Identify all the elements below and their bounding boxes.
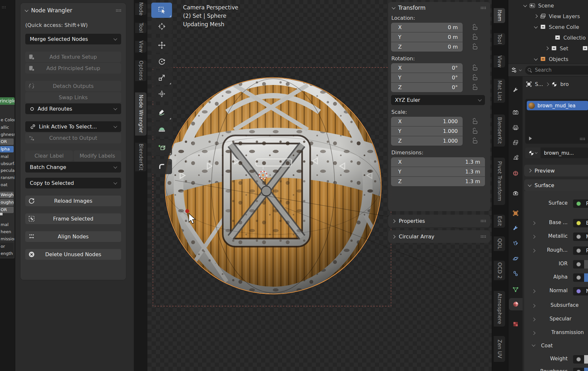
lock-icon[interactable]	[473, 128, 478, 134]
breadcrumb-material[interactable]: bro	[560, 81, 569, 87]
node-socket[interactable]: e Color	[0, 117, 15, 123]
view-layer-properties-tab[interactable]	[508, 136, 523, 149]
object-data-properties-tab[interactable]	[508, 283, 523, 295]
dimensions-y-field[interactable]: Y1.3 m	[391, 167, 485, 176]
chevron-down-icon[interactable]	[523, 3, 527, 7]
node-socket-field[interactable]: OR	[0, 138, 14, 145]
list-drag-handle-icon[interactable]	[580, 138, 585, 140]
lock-icon[interactable]	[473, 138, 478, 144]
node-socket[interactable]: allic	[0, 124, 15, 131]
tab-blenderkit[interactable]: BlenderKit	[135, 143, 146, 171]
node-socket[interactable]: mission	[0, 236, 15, 242]
collection-properties-tab[interactable]	[508, 187, 523, 199]
lock-icon[interactable]	[473, 34, 478, 40]
panel-drag-handle-icon[interactable]	[480, 235, 486, 238]
panel-collapse-icon[interactable]	[392, 6, 395, 9]
node-checkbox[interactable]	[0, 213, 3, 215]
tab-mat-list[interactable]: Mat List	[494, 79, 505, 103]
principled-node-body[interactable]: e Color allic ghness OR lpha mal ubsurfa…	[0, 105, 15, 258]
merge-selected-nodes-dropdown[interactable]: Merge Selected Nodes	[25, 34, 121, 44]
object-properties-tab[interactable]	[508, 207, 523, 219]
node-socket[interactable]: heen	[0, 229, 15, 235]
tab-ocd-2[interactable]: OCD 2	[494, 261, 505, 280]
tab-view[interactable]: View	[135, 41, 146, 53]
outliner-row-set[interactable]: Set	[508, 43, 588, 53]
preview-panel[interactable]: Preview	[524, 165, 588, 176]
cursor-tool[interactable]	[151, 19, 172, 34]
outliner-row-collection[interactable]: Collectio	[508, 33, 588, 42]
editor-type-properties-icon[interactable]	[511, 66, 518, 74]
node-socket[interactable]: ength	[0, 250, 15, 257]
move-tool[interactable]	[151, 38, 172, 53]
chevron-right-icon[interactable]	[532, 304, 535, 307]
circular-array-collapsed-panel[interactable]: Circular Array	[388, 230, 490, 243]
tab-tool[interactable]: Tool	[135, 23, 146, 33]
node-socket-field[interactable]: oughnes	[0, 199, 14, 206]
chevron-right-icon[interactable]	[545, 46, 548, 50]
chevron-right-icon[interactable]	[534, 14, 537, 18]
reload-images-button[interactable]: Reload Images	[25, 196, 121, 206]
particle-properties-tab[interactable]	[508, 237, 523, 249]
chevron-right-icon[interactable]	[532, 331, 535, 335]
clear-label-button[interactable]: Clear Label	[25, 150, 73, 161]
chevron-right-icon[interactable]	[532, 317, 535, 321]
coat-weight-input[interactable]	[573, 355, 588, 364]
base-color-input[interactable]: B	[573, 219, 588, 227]
chevron-down-icon[interactable]	[534, 25, 537, 28]
scale-z-field[interactable]: Z1.000	[391, 136, 463, 146]
detach-outputs-button[interactable]: Detach Outputs	[25, 81, 121, 91]
add-cube-tool[interactable]	[151, 140, 172, 155]
lock-icon[interactable]	[473, 25, 478, 30]
render-properties-tab[interactable]	[508, 106, 523, 118]
physics-properties-tab[interactable]	[508, 252, 523, 265]
modify-labels-button[interactable]: Modify Labels	[74, 150, 121, 161]
node-socket[interactable]: mal	[0, 153, 15, 160]
annotate-tool[interactable]	[151, 105, 172, 120]
surface-panel-header[interactable]: Surface	[524, 179, 588, 191]
location-x-field[interactable]: X0 m	[391, 23, 463, 32]
tab-node-wrangler[interactable]: Node Wrangler	[135, 92, 146, 136]
lock-icon[interactable]	[473, 85, 478, 90]
measure-tool[interactable]	[151, 121, 172, 137]
rotation-mode-dropdown[interactable]: XYZ Euler	[391, 95, 485, 105]
search-input[interactable]	[534, 67, 568, 73]
add-texture-setup-button[interactable]: Add Texture Setup	[25, 52, 121, 62]
add-principled-setup-button[interactable]: Add Principled Setup	[25, 63, 121, 74]
tab-options[interactable]: Options	[135, 60, 146, 81]
tab-item[interactable]: Item	[494, 8, 505, 23]
panel-drag-handle-icon[interactable]	[480, 6, 486, 9]
outliner-row-scene-collection[interactable]: Scene Colle	[508, 22, 588, 32]
dimensions-x-field[interactable]: X1.3 m	[391, 157, 485, 167]
tab-qol[interactable]: QOL	[494, 236, 505, 251]
3d-viewport[interactable]: Camera Perspective (2) Set | Sphere Upda…	[147, 0, 508, 371]
dimensions-z-field[interactable]: Z1.3 m	[391, 177, 485, 186]
alpha-input[interactable]	[573, 273, 588, 282]
node-socket-field[interactable]: OR	[0, 207, 14, 213]
material-slot-list[interactable]: brown_mud_lea	[525, 99, 588, 144]
tab-view[interactable]: View	[494, 55, 505, 67]
chevron-right-icon[interactable]	[532, 221, 535, 225]
node-socket[interactable]: oat	[0, 182, 15, 188]
delete-unused-nodes-button[interactable]: Delete Unused Nodes	[25, 249, 121, 260]
tab-pivot-transform[interactable]: Pivot Transform	[494, 158, 505, 205]
rotation-z-field[interactable]: Z0°	[391, 83, 463, 92]
node-socket-field-alpha[interactable]: lpha	[0, 146, 14, 152]
material-name-field[interactable]: brown_mu...	[541, 148, 588, 158]
lock-icon[interactable]	[473, 75, 478, 80]
extrude-corner-tool[interactable]	[151, 159, 172, 174]
tab-blenderkit[interactable]: BlenderKit	[494, 114, 505, 147]
tool-properties-tab[interactable]	[508, 84, 523, 96]
outliner-row-scene[interactable]: Scene	[508, 1, 588, 10]
node-socket[interactable]: pecular	[0, 167, 15, 174]
properties-collapsed-panel[interactable]: Properties	[388, 215, 490, 227]
location-y-field[interactable]: Y0 m	[391, 32, 463, 42]
material-properties-tab[interactable]	[509, 298, 523, 310]
tab-tool[interactable]: Tool	[494, 33, 505, 45]
output-properties-tab[interactable]	[508, 121, 523, 134]
scale-x-field[interactable]: X1.000	[391, 117, 463, 126]
node-socket[interactable]: ubsurfa	[0, 161, 15, 167]
lock-icon[interactable]	[473, 119, 478, 124]
ior-input[interactable]	[573, 260, 588, 269]
chevron-down-icon[interactable]	[532, 343, 535, 346]
rotation-y-field[interactable]: Y0°	[391, 73, 463, 82]
